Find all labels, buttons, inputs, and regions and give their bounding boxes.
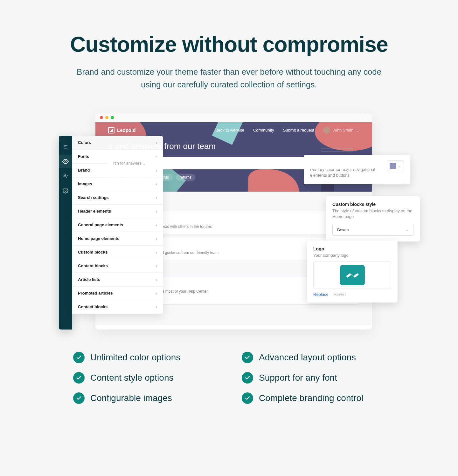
setting-row[interactable]: Promoted articles›: [72, 287, 163, 300]
window-maximize-icon[interactable]: [111, 116, 114, 119]
setting-row[interactable]: Content blocks›: [72, 259, 163, 273]
setting-label: Article lists: [78, 277, 100, 282]
user-menu[interactable]: John Smith ⌄: [323, 127, 359, 134]
avatar: [323, 127, 330, 134]
rail-item-layout[interactable]: [59, 140, 72, 153]
setting-label: Content blocks: [78, 263, 108, 268]
panel-description: Your company logo: [313, 253, 391, 259]
color-picker-button[interactable]: ⌄: [387, 160, 404, 171]
svg-point-5: [65, 190, 66, 191]
setting-label: Fonts: [78, 154, 89, 159]
nav-link[interactable]: Submit a request: [283, 128, 314, 133]
setting-row[interactable]: Search settings›: [72, 191, 163, 205]
setting-label: General page elements: [78, 222, 123, 227]
nav-links: Back to website Community Submit a reque…: [215, 127, 359, 134]
top-navigation: Leopold Back to website Community Submit…: [108, 127, 359, 134]
features-grid: Unlimited color optionsAdvanced layout o…: [73, 352, 385, 404]
feature-item: Unlimited color options: [73, 352, 216, 363]
setting-row[interactable]: Custom blocks›: [72, 246, 163, 259]
setting-row[interactable]: Contact blocks›: [72, 300, 163, 314]
popular-label: arches:: [108, 175, 121, 180]
chevron-right-icon: ›: [156, 277, 157, 282]
chevron-down-icon: ⌄: [397, 163, 401, 168]
feature-label: Advanced layout options: [259, 352, 356, 363]
setting-row[interactable]: Article lists›: [72, 273, 163, 287]
check-icon: [242, 352, 253, 363]
hero-title: e and answers from our team: [108, 141, 359, 151]
feature-item: Advanced layout options: [242, 352, 385, 363]
chevron-right-icon: ›: [156, 195, 157, 200]
feature-item: Support for any font: [242, 372, 385, 384]
subheadline: Brand and customize your theme faster th…: [76, 65, 382, 91]
feature-label: Support for any font: [259, 373, 337, 383]
chevron-right-icon: ›: [156, 304, 157, 309]
feature-item: Content style options: [73, 372, 216, 384]
chevron-right-icon: ›: [156, 181, 157, 187]
window-minimize-icon[interactable]: [105, 116, 108, 119]
chevron-down-icon: ⌄: [356, 128, 359, 133]
chevron-right-icon: ›: [156, 236, 157, 241]
feature-label: Complete branding control: [259, 393, 363, 403]
chevron-right-icon: ›: [156, 209, 157, 214]
svg-point-4: [64, 174, 66, 176]
nav-link[interactable]: Community: [253, 128, 274, 133]
panel-title: Custom blocks style: [332, 202, 413, 207]
chevron-down-icon: ⌄: [405, 227, 409, 232]
logo-image: [340, 265, 365, 285]
setting-row[interactable]: Header elements›: [72, 205, 163, 218]
settings-head-label: Colors: [78, 140, 91, 145]
setting-row[interactable]: Home page elements›: [72, 232, 163, 246]
chevron-right-icon: ›: [156, 291, 157, 296]
revert-button[interactable]: Revert: [334, 292, 346, 297]
search-tag[interactable]: invoices: [124, 174, 145, 181]
setting-label: Images: [78, 181, 92, 186]
check-icon: [242, 372, 253, 384]
brand-name: Leopold: [117, 127, 135, 133]
setting-label: Home page elements: [78, 236, 119, 241]
screenshot-stage: Leopold Back to website Community Submit…: [48, 113, 410, 333]
setting-label: Search settings: [78, 195, 109, 200]
select-custom-blocks[interactable]: Boxes ⌄: [332, 224, 413, 236]
color-swatch: [390, 163, 396, 169]
setting-label: Promoted articles: [78, 291, 113, 296]
logo-preview: [313, 262, 391, 289]
rail-item-settings[interactable]: [59, 184, 72, 197]
setting-row[interactable]: General page elements›: [72, 218, 163, 232]
setting-label: Header elements: [78, 209, 111, 214]
feature-item: Configurable images: [73, 392, 216, 404]
icon-rail: [59, 136, 72, 330]
site-brand[interactable]: Leopold: [108, 127, 135, 133]
svg-point-3: [65, 160, 66, 162]
logo-actions: Replace Revert: [313, 292, 391, 297]
brand-logo-icon: [108, 127, 114, 133]
nav-link[interactable]: Back to website: [215, 128, 244, 133]
search-input[interactable]: rch for answers...: [108, 157, 359, 169]
setting-label: Contact blocks: [78, 304, 108, 309]
chevron-right-icon: ›: [156, 263, 157, 269]
replace-button[interactable]: Replace: [313, 292, 329, 297]
headline: Customize without compromise: [19, 32, 439, 57]
user-name: John Smith: [333, 128, 353, 133]
window-close-icon[interactable]: [100, 116, 103, 119]
feature-label: Configurable images: [90, 393, 172, 403]
panel-logo: Logo Your company logo Replace Revert: [307, 241, 398, 303]
check-icon: [73, 372, 85, 384]
window-titlebar: [95, 113, 372, 122]
rail-item-preview[interactable]: [59, 155, 72, 168]
feature-label: Unlimited color options: [90, 352, 180, 363]
search-tag[interactable]: returns: [176, 174, 195, 181]
panel-title: Logo: [313, 246, 391, 251]
setting-label: Custom blocks: [78, 250, 108, 255]
check-icon: [242, 392, 253, 404]
search-tag[interactable]: payments: [149, 174, 173, 181]
feature-label: Content style options: [90, 373, 174, 383]
rail-item-users[interactable]: [59, 169, 72, 183]
feature-item: Complete branding control: [242, 392, 385, 404]
panel-custom-blocks: Custom blocks style The style of custom …: [326, 196, 420, 242]
select-value: Boxes: [337, 228, 349, 232]
popular-searches: arches: invoices payments returns: [108, 174, 359, 181]
check-icon: [73, 392, 85, 404]
check-icon: [73, 352, 85, 363]
chevron-right-icon: ›: [156, 250, 157, 255]
chevron-right-icon: ›: [156, 222, 157, 228]
